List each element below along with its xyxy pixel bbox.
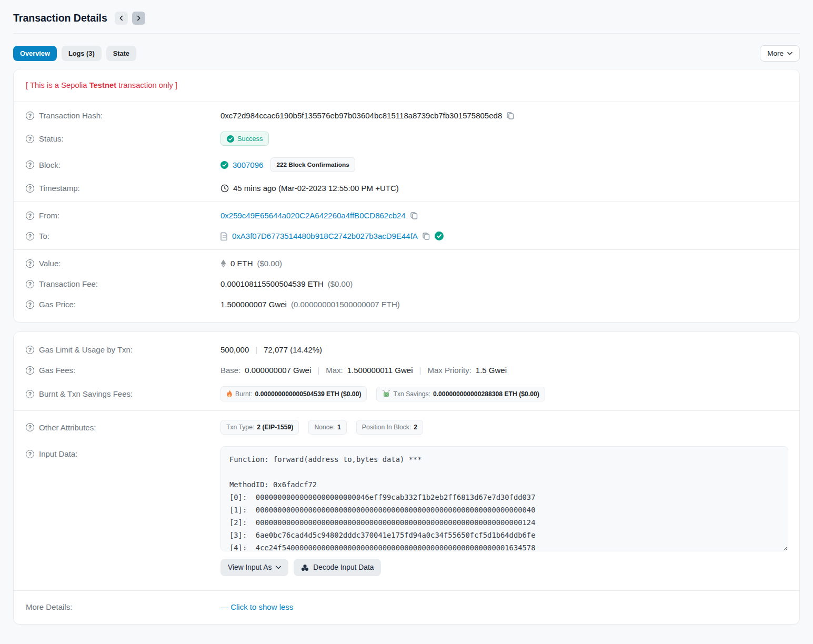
txn-type-badge-label: Txn Type: — [226, 424, 254, 431]
divider — [14, 410, 799, 411]
max-fee-label: Max: — [326, 366, 343, 375]
txn-nav — [115, 12, 145, 25]
transaction-hash-value: 0xc72d984ccac6190b5f135576eb97b03604bc81… — [220, 111, 502, 120]
chevron-right-icon — [136, 15, 142, 21]
help-icon[interactable]: ? — [26, 184, 34, 193]
copy-from-address-button[interactable] — [410, 212, 418, 220]
copy-icon — [506, 112, 515, 120]
transaction-fee-usd: ($0.00) — [328, 279, 353, 288]
flame-icon — [226, 390, 233, 398]
nonce-badge-label: Nonce: — [314, 424, 335, 431]
more-dropdown-button[interactable]: More — [760, 45, 800, 62]
tab-logs[interactable]: Logs (3) — [62, 46, 102, 61]
help-icon[interactable]: ? — [26, 112, 34, 120]
tab-overview[interactable]: Overview — [13, 46, 57, 61]
transaction-fee-row: ? Transaction Fee: 0.000108115500504539 … — [26, 274, 787, 294]
help-icon[interactable]: ? — [26, 390, 34, 398]
more-details-label: More Details: — [26, 602, 72, 611]
help-icon[interactable]: ? — [26, 450, 34, 458]
position-in-block-badge-value: 2 — [414, 424, 417, 431]
help-icon[interactable]: ? — [26, 135, 34, 143]
details-card: ? Gas Limit & Usage by Txn: 500,000 | 72… — [13, 331, 800, 625]
timestamp-value: 45 mins ago (Mar-02-2023 12:55:00 PM +UT… — [233, 184, 399, 193]
nonce-badge-value: 1 — [337, 424, 341, 431]
timestamp-label: Timestamp: — [39, 184, 80, 193]
page-header: Transaction Details — [13, 7, 800, 34]
help-icon[interactable]: ? — [26, 280, 34, 288]
timestamp-row: ? Timestamp: 45 mins ago (Mar-02-2023 12… — [26, 178, 787, 198]
next-txn-button[interactable] — [132, 12, 145, 25]
verified-check-circle-icon — [435, 232, 444, 240]
gas-price-row: ? Gas Price: 1.500000007 Gwei (0.0000000… — [26, 294, 787, 315]
testnet-warning-bold: Testnet — [89, 81, 117, 89]
position-in-block-badge-label: Position In Block: — [362, 424, 411, 431]
max-fee-value: 1.500000011 Gwei — [347, 366, 413, 375]
gas-price-eth: (0.000000001500000007 ETH) — [291, 300, 400, 309]
to-row: ? To: 0xA3f07D6773514480b918C2742b027b3a… — [26, 226, 787, 246]
input-data-textarea[interactable]: Function: forward(address to,bytes data)… — [220, 446, 788, 551]
status-row: ? Status: Success — [26, 126, 787, 152]
view-input-as-button[interactable]: View Input As — [220, 559, 288, 576]
gas-limit-usage-row: ? Gas Limit & Usage by Txn: 500,000 | 72… — [26, 339, 787, 360]
from-row: ? From: 0x259c49E65644a020C2A642260a4ffB… — [26, 205, 787, 226]
decode-input-data-label: Decode Input Data — [313, 564, 374, 571]
gas-fees-label: Gas Fees: — [39, 366, 75, 375]
divider — [14, 102, 799, 102]
transaction-fee-label: Transaction Fee: — [39, 279, 98, 288]
decode-input-data-button[interactable]: Decode Input Data — [294, 559, 381, 576]
input-data-label: Input Data: — [39, 449, 77, 458]
chevron-down-icon — [787, 52, 792, 55]
txn-type-badge: Txn Type: 2 (EIP-1559) — [220, 420, 299, 435]
copy-to-address-button[interactable] — [422, 232, 430, 240]
gas-fees-row: ? Gas Fees: Base: 0.000000007 Gwei | Max… — [26, 360, 787, 380]
to-label: To: — [39, 232, 49, 240]
more-dropdown-label: More — [767, 49, 784, 57]
testnet-warning: [ This is a Sepolia Testnet transaction … — [26, 73, 787, 98]
transaction-hash-label: Transaction Hash: — [39, 111, 103, 120]
txn-type-badge-value: 2 (EIP-1559) — [257, 424, 293, 431]
separator: | — [417, 366, 424, 375]
position-in-block-badge: Position In Block: 2 — [356, 420, 423, 435]
gas-price-value: 1.500000007 Gwei — [220, 300, 287, 309]
separator: | — [253, 345, 259, 354]
from-address-link[interactable]: 0x259c49E65644a020C2A642260a4ffB0CD862cb… — [220, 211, 406, 220]
gas-used-value: 72,077 (14.42%) — [264, 345, 322, 354]
gas-limit-value: 500,000 — [220, 345, 249, 354]
separator: | — [315, 366, 322, 375]
check-circle-icon — [220, 161, 228, 169]
burnt-badge-value: 0.000000000000504539 ETH ($0.00) — [255, 390, 362, 398]
value-row: ? Value: 0 ETH ($0.00) — [26, 253, 787, 274]
status-badge: Success — [220, 132, 269, 146]
burnt-savings-label: Burnt & Txn Savings Fees: — [39, 389, 133, 398]
help-icon[interactable]: ? — [26, 300, 34, 309]
show-less-link[interactable]: — Click to show less — [220, 602, 293, 611]
previous-txn-button[interactable] — [115, 12, 128, 25]
help-icon[interactable]: ? — [26, 160, 34, 169]
block-number-link[interactable]: 3007096 — [233, 160, 263, 169]
transaction-hash-row: ? Transaction Hash: 0xc72d984ccac6190b5f… — [26, 105, 787, 126]
divider — [14, 590, 799, 591]
help-icon[interactable]: ? — [26, 259, 34, 268]
status-badge-label: Success — [237, 135, 263, 143]
copy-transaction-hash-button[interactable] — [506, 112, 515, 120]
help-icon[interactable]: ? — [26, 366, 34, 375]
help-icon[interactable]: ? — [26, 232, 34, 240]
help-icon[interactable]: ? — [26, 346, 34, 354]
copy-icon — [410, 212, 418, 220]
help-icon[interactable]: ? — [26, 423, 34, 431]
to-address-link[interactable]: 0xA3f07D6773514480b918C2742b027b3acD9E44… — [232, 232, 418, 240]
max-priority-fee-label: Max Priority: — [427, 366, 471, 375]
value-label: Value: — [39, 259, 61, 268]
tab-state[interactable]: State — [106, 46, 136, 61]
view-input-as-label: View Input As — [228, 564, 272, 571]
base-fee-label: Base: — [220, 366, 240, 375]
txn-savings-badge: Txn Savings: 0.000000000000288308 ETH ($… — [376, 387, 545, 401]
help-icon[interactable]: ? — [26, 212, 34, 220]
tabs: Overview Logs (3) State — [13, 46, 136, 61]
other-attributes-row: ? Other Attributes: Txn Type: 2 (EIP-155… — [26, 414, 787, 440]
clock-icon — [220, 184, 229, 193]
input-data-actions: View Input As Decode Input Data — [220, 559, 788, 576]
burnt-badge: Burnt: 0.000000000000504539 ETH ($0.00) — [220, 386, 367, 401]
ethereum-icon — [220, 259, 226, 268]
divider — [14, 202, 799, 202]
